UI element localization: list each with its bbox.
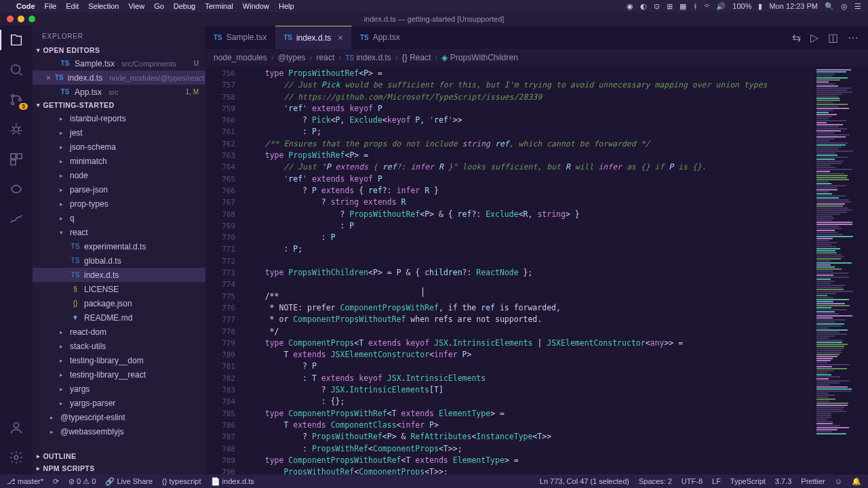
tray-icon[interactable]: ◐ bbox=[640, 2, 647, 11]
mac-menu-terminal[interactable]: Terminal bbox=[205, 2, 233, 10]
mac-menu-window[interactable]: Window bbox=[243, 2, 269, 10]
bluetooth-icon[interactable]: ᚼ bbox=[693, 2, 698, 10]
battery-icon[interactable]: ▮ bbox=[758, 2, 762, 11]
clock[interactable]: Mon 12:23 PM bbox=[769, 2, 818, 10]
mac-menu-go[interactable]: Go bbox=[154, 2, 164, 10]
folder-item[interactable]: ▸testing-library__dom bbox=[33, 353, 205, 367]
language-mode[interactable]: TypeScript bbox=[730, 477, 766, 486]
search-tab[interactable] bbox=[7, 61, 25, 79]
encoding[interactable]: UTF-8 bbox=[682, 477, 703, 486]
editor-tab[interactable]: TSSample.tsx bbox=[205, 26, 275, 49]
accounts-icon[interactable] bbox=[7, 419, 25, 436]
outline-header[interactable]: ▸OUTLINE bbox=[33, 450, 205, 462]
project-header[interactable]: ▾GETTING-STARTED bbox=[33, 99, 205, 111]
volume-icon[interactable]: 🔊 bbox=[716, 2, 726, 11]
tray-icon[interactable]: ▦ bbox=[679, 2, 686, 11]
active-file[interactable]: 📄 index.d.ts bbox=[211, 477, 254, 486]
minimap[interactable] bbox=[814, 66, 868, 474]
source-control-tab[interactable]: 3 bbox=[7, 91, 25, 108]
npm-scripts-header[interactable]: ▸NPM SCRIPTS bbox=[33, 462, 205, 474]
folder-item[interactable]: ▸yargs-parser bbox=[33, 396, 205, 410]
indent-info[interactable]: Spaces: 2 bbox=[639, 477, 672, 486]
breadcrumb-item[interactable]: TS index.d.ts bbox=[345, 53, 391, 62]
prettier-status[interactable]: Prettier bbox=[801, 477, 825, 486]
tray-icon[interactable]: ⊙ bbox=[654, 2, 660, 11]
file-item[interactable]: TSindex.d.ts bbox=[33, 268, 205, 282]
minimize-window-icon[interactable] bbox=[18, 16, 24, 22]
battery-text[interactable]: 100% bbox=[732, 2, 751, 10]
file-item[interactable]: TSexperimental.d.ts bbox=[33, 239, 205, 253]
notifications-icon[interactable]: 🔔 bbox=[852, 477, 861, 486]
explorer-tab[interactable] bbox=[7, 31, 25, 49]
mac-menu-selection[interactable]: Selection bbox=[88, 2, 119, 10]
editor-tab[interactable]: TSindex.d.ts× bbox=[275, 26, 352, 49]
ts-version[interactable]: 3.7.3 bbox=[775, 477, 791, 486]
breadcrumb-item[interactable]: {} React bbox=[402, 53, 431, 62]
split-editor-icon[interactable]: ◫ bbox=[828, 31, 838, 44]
debug-tab[interactable] bbox=[7, 121, 25, 138]
breadcrumb-item[interactable]: react bbox=[317, 53, 335, 62]
folder-item[interactable]: ▸minimatch bbox=[33, 154, 205, 168]
problems[interactable]: ⊘ 0 ⚠ 0 bbox=[68, 477, 96, 486]
folder-item[interactable]: ▸parse-json bbox=[33, 182, 205, 197]
open-editor-item[interactable]: TSApp.tsxsrc1, M bbox=[33, 85, 205, 99]
compare-changes-icon[interactable]: ⇆ bbox=[792, 31, 801, 44]
code-editor[interactable]: type PropsWithoutRef<P> = // Just Pick w… bbox=[246, 66, 814, 474]
siri-icon[interactable]: ◎ bbox=[841, 2, 848, 11]
search-icon[interactable]: 🔍 bbox=[825, 2, 834, 11]
mac-menu-debug[interactable]: Debug bbox=[174, 2, 195, 10]
folder-item[interactable]: ▸prop-types bbox=[33, 197, 205, 211]
tray-icon[interactable]: ⊞ bbox=[667, 2, 673, 11]
tray-icon[interactable]: ◉ bbox=[627, 2, 633, 11]
breadcrumb[interactable]: node_modules›@types›react›TS index.d.ts›… bbox=[205, 49, 868, 66]
folder-item[interactable]: ▸q bbox=[33, 211, 205, 225]
liveshare-tab[interactable] bbox=[7, 180, 25, 198]
sync-icon[interactable]: ⟳ bbox=[53, 477, 59, 486]
git-branch[interactable]: ⎇ master* bbox=[7, 477, 43, 486]
mac-menu-view[interactable]: View bbox=[128, 2, 144, 10]
wifi-icon[interactable]: ⌔ bbox=[705, 2, 709, 10]
mac-menu-help[interactable]: Help bbox=[279, 2, 294, 10]
mac-menu-file[interactable]: File bbox=[45, 2, 57, 10]
file-item[interactable]: §LICENSE bbox=[33, 282, 205, 296]
close-window-icon[interactable] bbox=[7, 16, 14, 22]
feedback-icon[interactable]: ☺ bbox=[835, 477, 842, 486]
folder-item[interactable]: ▸node bbox=[33, 168, 205, 182]
mac-app-name[interactable]: Code bbox=[16, 2, 35, 10]
zoom-window-icon[interactable] bbox=[28, 16, 35, 22]
folder-item[interactable]: ▾react bbox=[33, 225, 205, 239]
folder-item[interactable]: ▸testing-library__react bbox=[33, 367, 205, 382]
file-item[interactable]: ▼README.md bbox=[33, 310, 205, 325]
extensions-tab[interactable] bbox=[7, 150, 25, 168]
settings-gear-icon[interactable] bbox=[7, 449, 25, 466]
open-editors-header[interactable]: ▾OPEN EDITORS bbox=[33, 44, 205, 56]
close-icon[interactable]: × bbox=[46, 73, 51, 83]
close-tab-icon[interactable]: × bbox=[338, 33, 343, 43]
editor-tab[interactable]: TSApp.tsx bbox=[352, 26, 409, 49]
more-actions-icon[interactable]: ⋯ bbox=[848, 31, 859, 44]
folder-item[interactable]: ▸react-dom bbox=[33, 325, 205, 339]
mac-menu-edit[interactable]: Edit bbox=[66, 2, 79, 10]
open-editor-item[interactable]: TSSample.tsxsrc/ComponentsU bbox=[33, 56, 205, 70]
breadcrumb-item[interactable]: ◈ PropsWithChildren bbox=[441, 53, 517, 62]
cursor-position[interactable]: Ln 773, Col 47 (1 selected) bbox=[540, 477, 629, 486]
folder-item[interactable]: ▸istanbul-reports bbox=[33, 111, 205, 125]
liveshare-status[interactable]: 🔗 Live Share bbox=[105, 477, 153, 486]
traffic-lights[interactable] bbox=[7, 16, 35, 22]
folder-item[interactable]: ▸jest bbox=[33, 125, 205, 140]
folder-item[interactable]: ▸stack-utils bbox=[33, 339, 205, 353]
file-item[interactable]: {}package.json bbox=[33, 296, 205, 310]
open-editor-item[interactable]: ×TSindex.d.tsnode_modules/@types/react bbox=[33, 70, 205, 85]
file-item[interactable]: TSglobal.d.ts bbox=[33, 253, 205, 268]
custom-tab[interactable] bbox=[7, 210, 25, 228]
eol[interactable]: LF bbox=[712, 477, 721, 486]
folder-item[interactable]: ▸yargs bbox=[33, 382, 205, 396]
folder-item[interactable]: ▸@typescript-eslint bbox=[33, 410, 205, 424]
folder-item[interactable]: ▸@webassemblyjs bbox=[33, 424, 205, 439]
folder-item[interactable]: ▸json-schema bbox=[33, 140, 205, 154]
breadcrumb-item[interactable]: @types bbox=[278, 53, 306, 62]
run-icon[interactable]: ▷ bbox=[810, 31, 818, 44]
lang-server[interactable]: {} typescript bbox=[162, 477, 201, 485]
menu-icon[interactable]: ☰ bbox=[854, 2, 861, 11]
breadcrumb-item[interactable]: node_modules bbox=[214, 53, 267, 62]
